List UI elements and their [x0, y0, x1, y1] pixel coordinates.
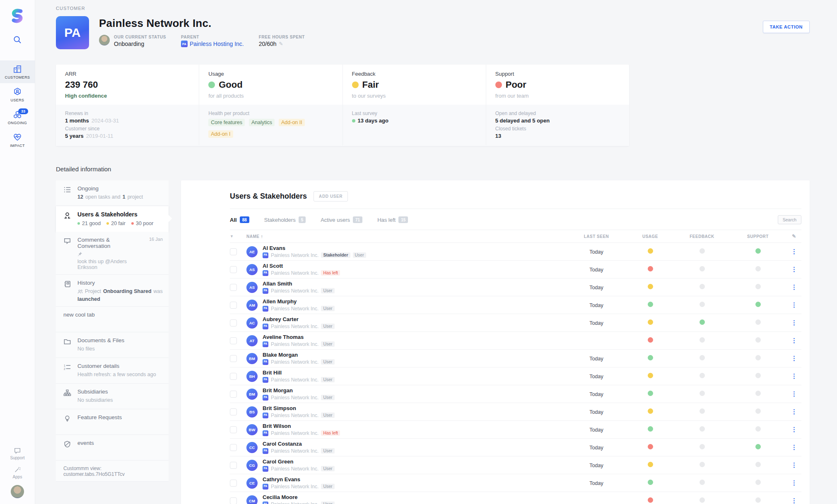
- edit-hours-icon[interactable]: ✎: [279, 41, 283, 47]
- status-value[interactable]: Onboarding: [114, 41, 166, 47]
- detail-tab-feature-requests[interactable]: Feature Requests: [56, 409, 169, 435]
- table-row[interactable]: BMBlake MorganPAPainless Network Inc.Use…: [230, 350, 801, 367]
- row-menu-kebab-icon[interactable]: ⋮: [791, 372, 797, 379]
- usage-column-header[interactable]: USAGE: [625, 234, 675, 239]
- parent-company-name[interactable]: Painless Hosting Inc.: [190, 41, 244, 47]
- table-row[interactable]: CCCarol CostanzaPAPainless Network Inc.U…: [230, 439, 801, 456]
- row-checkbox[interactable]: [230, 373, 237, 380]
- detail-tab-custommm-view-customer-tabs-7ho5g1ttcv[interactable]: Custommm view: customer.tabs.7Ho5G1TTcv: [56, 461, 169, 482]
- search-button[interactable]: Search: [778, 215, 801, 224]
- table-row[interactable]: BWBrit WilsonPAPainless Network Inc.Has …: [230, 421, 801, 439]
- table-row[interactable]: AEAl EvansPAPainless Network Inc.Stakeho…: [230, 243, 801, 261]
- filter-tab-stakeholders[interactable]: Stakeholders5: [264, 216, 306, 223]
- feedback-card[interactable]: Feedback Fair to our surveys Last survey…: [343, 65, 486, 146]
- detail-tab-users-stakeholders[interactable]: Users & Stakeholders21 good20 fair30 poo…: [56, 206, 169, 232]
- detail-tab-documents-files[interactable]: Documents & FilesNo files: [56, 332, 169, 358]
- user-name[interactable]: Blake Morgan: [263, 352, 335, 358]
- detail-tab-history[interactable]: HistoryProject Onboarding Shared was lau…: [56, 275, 169, 307]
- user-name[interactable]: Cathryn Evans: [263, 477, 335, 482]
- user-name[interactable]: Aveline Thomas: [263, 334, 335, 340]
- row-checkbox[interactable]: [230, 426, 237, 433]
- search-icon[interactable]: [12, 35, 22, 45]
- user-name[interactable]: Brit Simpson: [263, 406, 335, 411]
- table-row[interactable]: BSBrit SimpsonPAPainless Network Inc.Use…: [230, 403, 801, 421]
- sidebar-item-impact[interactable]: IMPACT: [0, 129, 35, 151]
- row-checkbox[interactable]: [230, 444, 237, 451]
- table-row[interactable]: CECathryn EvansPAPainless Network Inc.Us…: [230, 474, 801, 492]
- filter-tab-active-users[interactable]: Active users71: [321, 216, 362, 223]
- row-menu-kebab-icon[interactable]: ⋮: [791, 266, 797, 273]
- user-name[interactable]: Aubrey Carter: [263, 317, 335, 322]
- detail-tab-subsidiaries[interactable]: SubsidiariesNo subsidiaries: [56, 384, 169, 409]
- row-checkbox[interactable]: [230, 497, 237, 504]
- row-checkbox[interactable]: [230, 408, 237, 415]
- sidebar-item-users[interactable]: USERS: [0, 83, 35, 106]
- row-menu-kebab-icon[interactable]: ⋮: [791, 390, 797, 397]
- user-name[interactable]: Allan Smith: [263, 281, 335, 286]
- row-checkbox[interactable]: [230, 284, 237, 291]
- product-chip[interactable]: Analytics: [249, 119, 275, 126]
- support-card[interactable]: Support Poor from our team Open and dela…: [486, 65, 629, 146]
- filter-tab-all[interactable]: All88: [230, 216, 249, 223]
- row-checkbox[interactable]: [230, 337, 237, 344]
- filter-tab-has-left[interactable]: Has left15: [377, 216, 408, 223]
- row-menu-kebab-icon[interactable]: ⋮: [791, 248, 797, 255]
- user-name[interactable]: Al Evans: [263, 245, 366, 251]
- user-name[interactable]: Cecilia Moore: [263, 494, 335, 500]
- table-row[interactable]: ACAubrey CarterPAPainless Network Inc.Us…: [230, 314, 801, 332]
- name-column-header[interactable]: NAME: [246, 234, 259, 239]
- table-row[interactable]: BMBrit MorganPAPainless Network Inc.User…: [230, 385, 801, 403]
- row-menu-kebab-icon[interactable]: ⋮: [791, 479, 797, 486]
- table-row[interactable]: AMAllen MurphyPAPainless Network Inc.Use…: [230, 296, 801, 314]
- row-menu-kebab-icon[interactable]: ⋮: [791, 355, 797, 362]
- row-checkbox[interactable]: [230, 319, 237, 326]
- row-menu-kebab-icon[interactable]: ⋮: [791, 408, 797, 415]
- user-name[interactable]: Al Scott: [263, 263, 340, 269]
- table-row[interactable]: CGCarol GreenPAPainless Network Inc.User…: [230, 456, 801, 474]
- row-menu-kebab-icon[interactable]: ⋮: [791, 444, 797, 451]
- row-menu-kebab-icon[interactable]: ⋮: [791, 301, 797, 308]
- detail-tab-comments-conversation[interactable]: Comments & Conversationlook this up @And…: [56, 232, 169, 275]
- table-row[interactable]: ASAl ScottPAPainless Network Inc.Has lef…: [230, 261, 801, 278]
- add-user-button[interactable]: ADD USER: [314, 191, 348, 202]
- arr-card[interactable]: ARR 239 760 High confidence Renews in 1 …: [56, 65, 199, 146]
- sidebar-item-support[interactable]: Support: [10, 447, 24, 460]
- user-name[interactable]: Brit Wilson: [263, 423, 340, 429]
- table-row[interactable]: BHBrit HillPAPainless Network Inc.UserTo…: [230, 367, 801, 385]
- table-row[interactable]: ATAveline ThomasPAPainless Network Inc.U…: [230, 332, 801, 350]
- detail-tab-new-cool-tab[interactable]: new cool tab: [56, 307, 169, 332]
- row-checkbox[interactable]: [230, 302, 237, 309]
- detail-tab-ongoing[interactable]: Ongoing12 open tasks and 1 project: [56, 180, 169, 206]
- feedback-column-header[interactable]: FEEDBACK: [675, 234, 729, 239]
- product-chip[interactable]: Core features: [208, 119, 245, 126]
- row-menu-kebab-icon[interactable]: ⋮: [791, 337, 797, 344]
- app-logo[interactable]: [9, 7, 26, 24]
- parent-link[interactable]: PA Painless Hosting Inc.: [181, 41, 244, 47]
- row-menu-kebab-icon[interactable]: ⋮: [791, 426, 797, 433]
- row-menu-kebab-icon[interactable]: ⋮: [791, 319, 797, 326]
- row-checkbox[interactable]: [230, 248, 237, 255]
- product-chip[interactable]: Add-on I: [208, 130, 233, 138]
- detail-tab-customer-details[interactable]: 12Customer detailsHealth refresh: a few …: [56, 358, 169, 384]
- product-chip[interactable]: Add-on II: [279, 119, 305, 126]
- edit-columns-icon[interactable]: ✎: [792, 233, 796, 239]
- sidebar-item-customers[interactable]: CUSTOMERS: [0, 60, 35, 83]
- detail-tab-events[interactable]: events: [56, 435, 169, 461]
- last-seen-column-header[interactable]: LAST SEEN: [567, 234, 625, 239]
- user-name[interactable]: Allen Murphy: [263, 299, 335, 304]
- user-name[interactable]: Brit Morgan: [263, 388, 335, 393]
- support-column-header[interactable]: SUPPORT: [729, 234, 787, 239]
- row-checkbox[interactable]: [230, 391, 237, 398]
- user-avatar[interactable]: [11, 485, 24, 498]
- row-checkbox[interactable]: [230, 480, 237, 487]
- row-menu-kebab-icon[interactable]: ⋮: [791, 497, 797, 504]
- usage-card[interactable]: Usage Good for all products Health per p…: [199, 65, 342, 146]
- row-menu-kebab-icon[interactable]: ⋮: [791, 461, 797, 468]
- table-row[interactable]: ASAllan SmithPAPainless Network Inc.User…: [230, 278, 801, 296]
- take-action-button[interactable]: TAKE ACTION: [763, 21, 810, 33]
- table-row[interactable]: CMCecilia MoorePAPainless Network Inc.Us…: [230, 492, 801, 504]
- user-name[interactable]: Carol Costanza: [263, 441, 335, 446]
- sidebar-item-ongoing[interactable]: ONGOING33: [0, 106, 35, 129]
- row-checkbox[interactable]: [230, 355, 237, 362]
- select-all-caret-icon[interactable]: ▼: [230, 234, 234, 238]
